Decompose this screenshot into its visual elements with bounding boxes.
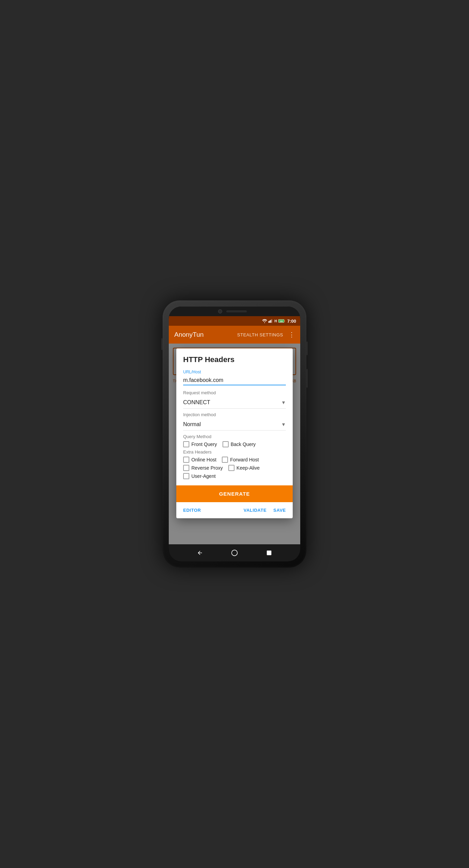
online-host-checkbox[interactable]: Online Host [183, 457, 216, 463]
extra-headers-label: Extra Headers [183, 449, 286, 455]
forward-host-box[interactable] [222, 457, 228, 463]
query-checkboxes: Front Query Back Query [183, 441, 286, 447]
user-agent-label: User-Agent [191, 473, 216, 479]
battery-icon: 100 [278, 319, 285, 323]
request-method-value: CONNECT [183, 399, 210, 406]
injection-method-label: Injection method [183, 412, 286, 417]
phone-screen: H 100 7:00 AnonyTun STEALTH SETTINGS ⋮ [169, 307, 300, 561]
back-query-checkbox[interactable]: Back Query [223, 441, 256, 447]
power-button [306, 369, 308, 388]
recents-button[interactable] [264, 548, 274, 558]
svg-rect-5 [284, 320, 285, 322]
injection-method-dropdown[interactable]: Normal ▼ [183, 419, 286, 431]
svg-rect-1 [269, 321, 270, 323]
phone-top-bar [169, 307, 300, 316]
injection-method-value: Normal [183, 421, 201, 427]
front-query-checkbox[interactable]: Front Query [183, 441, 217, 447]
speaker [226, 310, 247, 312]
forward-host-label: Forward Host [230, 457, 259, 462]
extra-headers-row3: User-Agent [183, 473, 286, 479]
content-area: TX KB HTTP Headers URL/Host Request meth… [169, 344, 300, 544]
home-button[interactable] [230, 548, 239, 558]
http-headers-dialog: HTTP Headers URL/Host Request method CON… [176, 348, 293, 518]
validate-button[interactable]: VALIDATE [241, 505, 269, 516]
request-method-dropdown[interactable]: CONNECT ▼ [183, 397, 286, 409]
svg-text:100: 100 [280, 320, 283, 322]
generate-button[interactable]: GENERATE [176, 485, 293, 502]
forward-host-checkbox[interactable]: Forward Host [222, 457, 259, 463]
stealth-settings-label[interactable]: STEALTH SETTINGS [237, 332, 283, 337]
dialog-title: HTTP Headers [183, 355, 286, 364]
front-query-box[interactable] [183, 441, 189, 447]
app-bar: AnonyTun STEALTH SETTINGS ⋮ [169, 326, 300, 344]
request-method-arrow: ▼ [281, 400, 286, 405]
back-query-label: Back Query [231, 442, 256, 447]
extra-headers-row2: Reverse Proxy Keep-Alive [183, 465, 286, 471]
svg-rect-2 [270, 320, 271, 323]
user-agent-box[interactable] [183, 473, 189, 479]
svg-rect-9 [267, 550, 271, 555]
volume-button-right [306, 342, 308, 355]
wifi-icon [262, 319, 267, 323]
home-icon [231, 549, 238, 556]
extra-headers-row1: Online Host Forward Host [183, 457, 286, 463]
network-type: H [275, 319, 277, 323]
url-input[interactable] [183, 376, 286, 385]
user-agent-checkbox[interactable]: User-Agent [183, 473, 216, 479]
camera [218, 309, 222, 313]
app-title: AnonyTun [174, 331, 204, 338]
status-icons: H 100 [262, 319, 285, 323]
request-method-label: Request method [183, 390, 286, 395]
nav-bar [169, 544, 300, 561]
online-host-box[interactable] [183, 457, 189, 463]
query-method-label: Query Method [183, 434, 286, 439]
editor-button[interactable]: EDITOR [180, 505, 204, 516]
back-query-box[interactable] [223, 441, 229, 447]
reverse-proxy-label: Reverse Proxy [191, 465, 223, 471]
online-host-label: Online Host [191, 457, 216, 462]
injection-method-arrow: ▼ [281, 422, 286, 427]
keep-alive-label: Keep-Alive [237, 465, 260, 471]
app-bar-right: STEALTH SETTINGS ⋮ [237, 331, 295, 338]
url-label: URL/Host [183, 370, 286, 374]
back-icon [197, 550, 203, 556]
keep-alive-checkbox[interactable]: Keep-Alive [228, 465, 260, 471]
svg-point-8 [232, 550, 238, 556]
keep-alive-box[interactable] [228, 465, 234, 471]
front-query-label: Front Query [191, 442, 217, 447]
svg-rect-0 [268, 321, 269, 323]
back-button[interactable] [195, 548, 205, 558]
status-time: 7:00 [287, 319, 296, 324]
phone-device: H 100 7:00 AnonyTun STEALTH SETTINGS ⋮ [163, 300, 306, 568]
more-options-icon[interactable]: ⋮ [289, 331, 295, 338]
volume-button [161, 338, 163, 350]
reverse-proxy-box[interactable] [183, 465, 189, 471]
svg-rect-3 [271, 319, 272, 323]
dialog-footer: EDITOR VALIDATE SAVE [176, 502, 293, 518]
reverse-proxy-checkbox[interactable]: Reverse Proxy [183, 465, 223, 471]
signal-icon [268, 319, 273, 323]
save-button[interactable]: SAVE [271, 505, 289, 516]
status-bar: H 100 7:00 [169, 316, 300, 326]
dialog-content: HTTP Headers URL/Host Request method CON… [176, 348, 293, 502]
recents-icon [266, 550, 272, 556]
footer-right: VALIDATE SAVE [241, 505, 289, 516]
